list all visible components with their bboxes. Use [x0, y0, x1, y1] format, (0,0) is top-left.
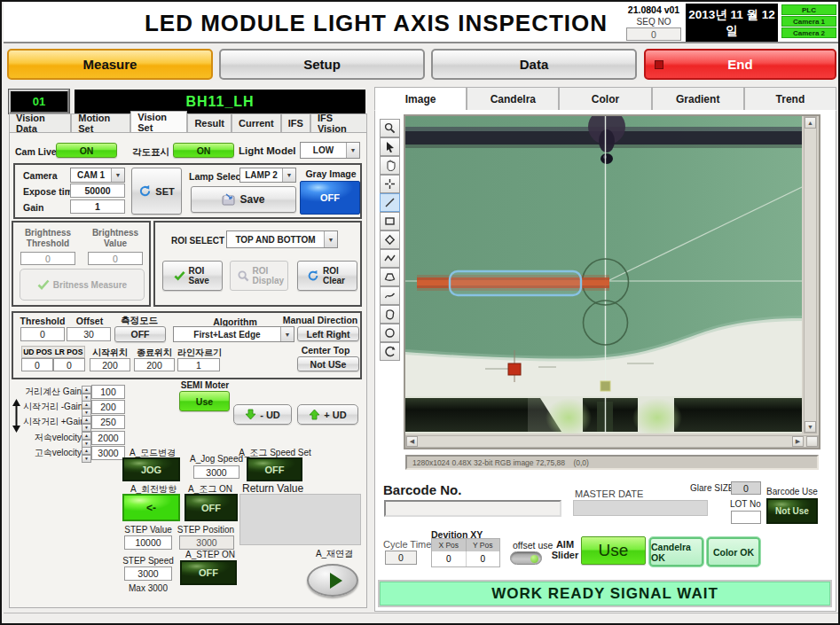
- scroll-left-button[interactable]: ◀: [406, 436, 418, 447]
- offset-field[interactable]: 30: [67, 327, 111, 341]
- aim-slider-use-button[interactable]: Use: [581, 536, 646, 565]
- measure-mode-label: 측정모드: [113, 315, 166, 327]
- tab-result[interactable]: Result: [187, 113, 232, 132]
- high-velocity-field[interactable]: 3000: [91, 446, 125, 460]
- spinner-arrows[interactable]: ▲▼: [82, 432, 91, 445]
- tab-ifs-vision[interactable]: IFS Vision: [310, 113, 367, 132]
- camera-dropdown[interactable]: CAM 1▼: [70, 168, 125, 183]
- step-value-field[interactable]: 10000: [124, 535, 172, 550]
- gray-image-off-button[interactable]: OFF: [300, 181, 360, 215]
- angle-on-button[interactable]: ON: [173, 143, 234, 158]
- left-right-button[interactable]: Left Right: [297, 326, 359, 341]
- ellipse-tool-button[interactable]: [380, 324, 400, 342]
- measure-mode-off-button[interactable]: OFF: [114, 326, 166, 342]
- line-cut-field[interactable]: 1: [177, 358, 220, 371]
- tab-current[interactable]: Current: [232, 113, 281, 132]
- a-jog-on-off-button[interactable]: OFF: [184, 494, 238, 521]
- gain-field[interactable]: 1: [70, 199, 125, 214]
- barcode-field[interactable]: [384, 500, 561, 517]
- scroll-down-button[interactable]: ▼: [805, 421, 816, 433]
- curve-tool-button[interactable]: [380, 286, 400, 305]
- lot-no-field[interactable]: [731, 511, 761, 524]
- tab-vision-data[interactable]: Vision Data: [9, 113, 71, 132]
- brightness-value-field[interactable]: 0: [88, 252, 143, 265]
- end-pos-field[interactable]: 200: [134, 358, 175, 371]
- offset-use-label: offset use: [513, 540, 553, 551]
- center-top-label: Center Top: [290, 345, 361, 355]
- tab-ifs[interactable]: IFS: [281, 113, 310, 132]
- a-jog-speed-set-off-button[interactable]: OFF: [247, 457, 302, 481]
- data-button[interactable]: Data: [431, 49, 637, 80]
- tab-gradient[interactable]: Gradient: [652, 87, 744, 110]
- cam-live-on-button[interactable]: ON: [56, 143, 117, 158]
- roi-clear-button[interactable]: ROI Clear: [297, 261, 357, 291]
- save-button[interactable]: Save: [191, 186, 296, 213]
- line-tool-button[interactable]: [380, 193, 400, 212]
- minus-ud-button[interactable]: - UD: [233, 404, 292, 425]
- start-plus-gain-field[interactable]: 250: [91, 415, 125, 429]
- spinner-arrows[interactable]: ▲▼: [82, 447, 91, 460]
- arc-tool-button[interactable]: [380, 342, 400, 361]
- cursor-tool-button[interactable]: [380, 137, 400, 156]
- gain-spinner-field[interactable]: 100: [91, 385, 125, 399]
- a-reconnect-button[interactable]: [307, 564, 358, 597]
- light-model-dropdown[interactable]: LOW▼: [300, 142, 360, 159]
- vertical-scrollbar[interactable]: ▲ ▼: [804, 116, 817, 434]
- set-button[interactable]: SET: [131, 168, 182, 215]
- a-rotation-dir-button[interactable]: <-: [122, 494, 180, 521]
- candelra-ok-button[interactable]: Candelra OK: [649, 537, 703, 566]
- polyline-tool-button[interactable]: [380, 249, 400, 268]
- rectangle-tool-button[interactable]: [380, 212, 400, 230]
- brightness-threshold-field[interactable]: 0: [20, 252, 75, 265]
- tab-candelra[interactable]: Candelra: [467, 87, 559, 110]
- roi-save-button[interactable]: ROI Save: [162, 261, 223, 291]
- a-step-on-off-button[interactable]: OFF: [180, 560, 237, 585]
- a-jog-speed-field[interactable]: 3000: [193, 465, 239, 479]
- polygon-tool-button[interactable]: [380, 268, 400, 286]
- spinner-arrows[interactable]: ▲▼: [82, 386, 91, 399]
- tab-motion-set[interactable]: Motion Set: [71, 113, 130, 132]
- zoom-tool-button[interactable]: [380, 119, 400, 137]
- pan-tool-button[interactable]: [380, 156, 400, 175]
- barcode-use-not-use-button[interactable]: Not Use: [766, 498, 818, 524]
- lamp-dropdown[interactable]: LAMP 2▼: [239, 168, 296, 183]
- lr-pos-field[interactable]: 0: [53, 358, 85, 371]
- measure-button[interactable]: Measure: [7, 49, 213, 80]
- brightness-measure-button[interactable]: Britness Measure: [20, 269, 145, 301]
- semi-motor-use-button[interactable]: Use: [179, 391, 230, 411]
- roi-select-dropdown[interactable]: TOP AND BOTTOM▼: [226, 230, 338, 248]
- horizontal-scrollbar[interactable]: ◀ ▶: [405, 435, 819, 448]
- tab-trend[interactable]: Trend: [744, 87, 836, 110]
- camera-image[interactable]: [405, 116, 802, 434]
- end-button[interactable]: End: [644, 49, 836, 80]
- threshold-field[interactable]: 0: [20, 327, 65, 341]
- color-ok-button[interactable]: Color OK: [707, 537, 760, 566]
- crosshair-tool-button[interactable]: [380, 175, 400, 193]
- offset-use-toggle[interactable]: [510, 551, 542, 565]
- tab-vision-set[interactable]: Vision Set: [130, 111, 187, 132]
- setup-button[interactable]: Setup: [219, 49, 425, 80]
- plus-ud-button[interactable]: + UD: [297, 404, 358, 425]
- diamond-tool-button[interactable]: [380, 230, 400, 249]
- scroll-up-button[interactable]: ▲: [805, 117, 816, 129]
- threshold-label: Threshold: [19, 316, 67, 326]
- spinner-arrows[interactable]: ▲▼: [82, 401, 91, 414]
- scroll-right-button[interactable]: ▶: [792, 436, 804, 447]
- expose-time-field[interactable]: 50000: [70, 184, 125, 198]
- start-minus-gain-field[interactable]: 200: [91, 400, 125, 414]
- master-date-field[interactable]: [573, 500, 708, 516]
- ud-pos-field[interactable]: 0: [21, 358, 53, 371]
- algorithm-dropdown[interactable]: First+Last Edge▼: [173, 326, 294, 342]
- a-mode-jog-button[interactable]: JOG: [122, 457, 180, 481]
- tab-image[interactable]: Image: [374, 87, 467, 110]
- low-velocity-field[interactable]: 2000: [91, 431, 125, 445]
- seq-no-field[interactable]: 0: [626, 27, 681, 41]
- center-top-not-use-button[interactable]: Not USe: [297, 356, 359, 371]
- crosshair-icon: [384, 178, 396, 190]
- roi-display-button[interactable]: ROI Display: [230, 261, 288, 291]
- tab-color[interactable]: Color: [559, 87, 651, 110]
- spinner-arrows[interactable]: ▲▼: [82, 416, 91, 429]
- step-speed-field[interactable]: 3000: [124, 566, 172, 581]
- freeform-tool-button[interactable]: [380, 305, 400, 324]
- start-pos-field[interactable]: 200: [90, 358, 130, 371]
